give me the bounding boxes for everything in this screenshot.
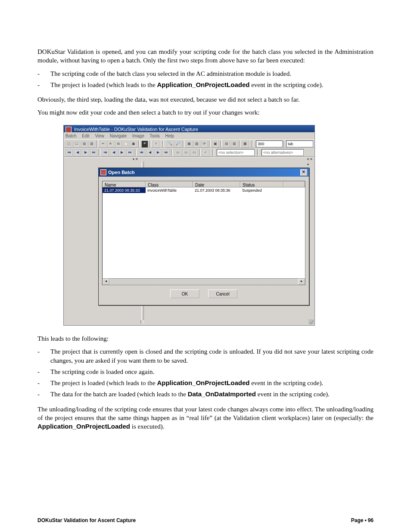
mode-icon[interactable]: ▣ — [212, 140, 219, 148]
app-window: InvoiceWithTable - DOKuStar Validation f… — [63, 125, 315, 326]
rotate-icon[interactable]: ⟳ — [201, 140, 208, 148]
alternatives-field[interactable]: <no alternatives> — [262, 149, 304, 156]
app-icon — [65, 127, 72, 132]
app-title: InvoiceWithTable - DOKuStar Validation f… — [74, 127, 198, 132]
work-area: ▾ ✕ ▾ ✕▴ Open Batch ✕ Name Class — [64, 157, 314, 325]
footer-left: DOKuStar Validation for Ascent Capture — [37, 517, 136, 524]
col-status[interactable]: Status — [240, 181, 283, 187]
hscrollbar[interactable]: ◂ ▸ — [103, 278, 305, 285]
zoomout-icon[interactable]: 🔎 — [174, 140, 181, 148]
event-name: Application_OnProjectLoaded — [37, 423, 130, 430]
tool-a-icon[interactable]: ▤ — [223, 140, 230, 148]
col-blank — [283, 181, 305, 187]
sel-a-icon[interactable]: ▭ — [174, 149, 181, 156]
cell-class: InvoiceWithTable — [146, 187, 193, 193]
next-field-icon[interactable]: ▶ — [154, 149, 162, 156]
sel-b-icon[interactable]: ▭ — [182, 149, 190, 156]
copy-icon[interactable]: ⧉ — [115, 140, 122, 148]
selection-field[interactable]: <no selection> — [217, 149, 255, 156]
menu-help[interactable]: Help — [165, 134, 174, 138]
splitter-horizontal[interactable] — [64, 320, 314, 324]
scroll-left-icon[interactable]: ◂ — [103, 279, 109, 285]
list-item: The project that is currently open is cl… — [50, 347, 374, 365]
cell-name: 21.07.2003 08:35:33 — [103, 187, 146, 193]
event-name: Application_OnProjectLoaded — [157, 81, 249, 88]
menu-edit[interactable]: Edit — [82, 134, 89, 138]
paragraph: Obviously, the third step, loading the d… — [37, 95, 374, 104]
save-icon[interactable]: ▤ — [81, 140, 88, 148]
panel-handle-icon[interactable]: ▾ ✕ — [133, 157, 138, 162]
bullet-list-1: -The scripting code of the batch class y… — [37, 69, 374, 90]
first-field-icon[interactable]: ⏮ — [138, 149, 145, 156]
list-item: The project is loaded (which leads to th… — [50, 81, 374, 89]
ok-button[interactable]: OK — [170, 289, 199, 298]
col-date[interactable]: Date — [193, 181, 240, 187]
next-page-icon[interactable]: ▶ — [118, 149, 125, 156]
next-doc-icon[interactable]: ▶ — [82, 149, 89, 156]
tab-field[interactable]: tab — [286, 140, 313, 147]
last-doc-icon[interactable]: ⏭ — [90, 149, 97, 156]
bullet-list-2: -The project that is currently open is c… — [37, 347, 374, 398]
paragraph: You might now edit your code and then se… — [37, 108, 374, 117]
dialog-titlebar: Open Batch ✕ — [99, 168, 309, 177]
zoom-field[interactable]: 300 — [256, 140, 283, 147]
event-name: Application_OnProjectLoaded — [157, 379, 249, 386]
prev-field-icon[interactable]: ◀ — [146, 149, 153, 156]
first-doc-icon[interactable]: ⏮ — [65, 149, 73, 156]
list-item: The scripting code is loaded once again. — [50, 367, 374, 376]
close-icon[interactable]: ✕ — [300, 169, 307, 176]
menu-bar: Batch Edit View Navigate Image Tools Hel… — [64, 132, 314, 140]
table-row[interactable]: 21.07.2003 08:35:33 InvoiceWithTable 21.… — [103, 187, 305, 193]
menu-navigate[interactable]: Navigate — [110, 134, 127, 138]
last-field-icon[interactable]: ⏭ — [162, 149, 170, 156]
color-icon[interactable]: ▩ — [242, 140, 249, 148]
cancel-button[interactable]: Cancel — [208, 289, 237, 298]
new-icon[interactable]: ▢ — [65, 140, 72, 148]
toolbar-2: ⏮ ◀ ▶ ⏭ ⏮ ◀ ▶ ⏭ ⏮ ◀ ▶ ⏭ ▭ ▭ ▭ ✓ <no sele… — [64, 148, 314, 157]
last-page-icon[interactable]: ⏭ — [126, 149, 134, 156]
zoomin-icon[interactable]: 🔍 — [167, 140, 174, 148]
fit-icon[interactable]: ▦ — [186, 140, 193, 148]
event-name: Data_OnDataImported — [188, 390, 256, 398]
menu-image[interactable]: Image — [132, 134, 144, 138]
clip-icon[interactable]: ▣ — [130, 140, 137, 148]
page-icon[interactable]: ▧ — [193, 140, 200, 148]
delete-icon[interactable]: ✕ — [107, 140, 114, 148]
open-icon[interactable]: ☐ — [73, 140, 80, 148]
spell-icon[interactable]: ✓ — [202, 149, 209, 156]
panel-handle-icon[interactable]: ▾ ✕▴ — [307, 157, 313, 167]
cell-date: 21.07.2003 08:35:36 — [193, 187, 240, 193]
col-class[interactable]: Class — [146, 181, 193, 187]
prev-doc-icon[interactable]: ◀ — [74, 149, 81, 156]
saveall-icon[interactable]: ▥ — [88, 140, 95, 148]
help-icon[interactable]: ? — [153, 140, 159, 148]
page-footer: DOKuStar Validation for Ascent Capture P… — [37, 517, 374, 524]
tool-b-icon[interactable]: ▥ — [231, 140, 238, 148]
menu-tools[interactable]: Tools — [149, 134, 159, 138]
app-titlebar: InvoiceWithTable - DOKuStar Validation f… — [64, 125, 314, 132]
resize-grip-icon[interactable] — [308, 319, 314, 324]
paste-icon[interactable]: 📋 — [123, 140, 130, 148]
dialog-title: Open Batch — [108, 169, 135, 176]
col-name[interactable]: Name — [103, 181, 146, 187]
batch-table: Name Class Date Status 21.07.2003 08:35:… — [102, 181, 305, 285]
menu-view[interactable]: View — [95, 134, 104, 138]
dialog-icon — [100, 169, 106, 175]
prev-page-icon[interactable]: ◀ — [110, 149, 117, 156]
paragraph: This leads to the following: — [37, 334, 374, 343]
cut-icon[interactable]: ✂ — [100, 140, 106, 148]
cell-status: Suspended — [240, 187, 283, 193]
undo-icon[interactable]: ↶ — [141, 140, 148, 148]
sel-c-icon[interactable]: ▭ — [190, 149, 198, 156]
paragraph: DOKuStar Validation is opened, and you c… — [37, 47, 374, 65]
footer-right: Page•96 — [351, 517, 374, 524]
table-header: Name Class Date Status — [103, 181, 305, 187]
list-item: The scripting code of the batch class yo… — [50, 69, 374, 78]
menu-batch[interactable]: Batch — [65, 134, 77, 138]
open-batch-dialog: Open Batch ✕ Name Class Date Status — [98, 168, 309, 305]
list-item: The data for the batch are loaded (which… — [50, 390, 374, 398]
first-page-icon[interactable]: ⏮ — [102, 149, 109, 156]
scroll-right-icon[interactable]: ▸ — [298, 279, 305, 285]
toolbar-1: ▢ ☐ ▤ ▥ ✂ ✕ ⧉ 📋 ▣ ↶ ? 🔍 🔎 ▦ ▧ ⟳ ▣ ▤ ▥ — [64, 140, 314, 148]
paragraph: The unloading/loading of the scripting c… — [37, 405, 374, 431]
